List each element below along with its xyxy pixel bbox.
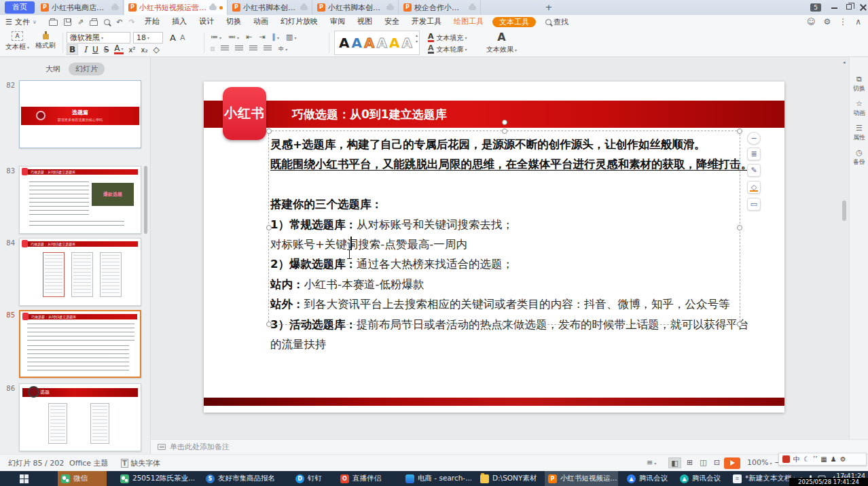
slide-body[interactable]: 灵感+选题库，构建了自己的专属后花园，是源源不断的创作源头，让创作如丝般顺滑。既… bbox=[270, 135, 746, 354]
tab-start[interactable]: 开始 bbox=[139, 15, 166, 29]
taskbar-item-wps-active[interactable]: P 小红书短视频运... bbox=[545, 471, 618, 486]
numbered-list-icon[interactable]: ≕ bbox=[228, 33, 239, 41]
wordart-style-6[interactable]: A bbox=[401, 31, 412, 54]
clear-format-icon[interactable]: ◇ bbox=[153, 45, 159, 54]
close-button[interactable] bbox=[860, 4, 867, 11]
ime-keyboard-icon[interactable]: ▦ bbox=[820, 455, 827, 463]
missing-font-indicator[interactable]: T 缺失字体 bbox=[121, 458, 160, 468]
tab-design[interactable]: 设计 bbox=[193, 15, 220, 29]
align-center-button[interactable] bbox=[221, 46, 229, 52]
tab-devtools[interactable]: 开发工具 bbox=[405, 15, 448, 29]
find-button[interactable]: 查找 bbox=[545, 17, 568, 27]
view-presenter-button[interactable]: ⊡ bbox=[710, 457, 723, 468]
tab-review[interactable]: 审阅 bbox=[324, 15, 351, 29]
notes-bar[interactable]: 单击此处添加备注 bbox=[151, 439, 868, 454]
tab-insert[interactable]: 插入 bbox=[166, 15, 193, 29]
taskbar-item-meeting-1[interactable]: ▲ 腾讯会议 bbox=[623, 471, 671, 486]
panel-tab-properties[interactable]: ☰ 属性 bbox=[850, 124, 868, 142]
canvas-scrollbar[interactable] bbox=[842, 201, 846, 221]
slide-thumbnail-83[interactable]: 巧做选题：从0到1建立选题库 爆款选题 bbox=[19, 166, 141, 234]
superscript-button[interactable]: x² bbox=[129, 46, 136, 54]
taskbar-item-live-assistant[interactable]: O 直播伴侣 bbox=[337, 471, 395, 486]
slide-85[interactable]: 巧做选题：从0到1建立选题库 小红书 灵感+选题库，构建了自己的专属后花园，是源… bbox=[204, 82, 784, 413]
format-painter-button[interactable]: 格式刷 bbox=[35, 31, 56, 50]
theme-name[interactable]: Office 主题 bbox=[69, 458, 109, 468]
document-tab-1[interactable]: P 小红书电商店铺新玩法.pptx bbox=[37, 0, 124, 15]
file-menu[interactable]: ☰ 文件 ∨ bbox=[5, 15, 37, 29]
tab-drawing-tools[interactable]: 绘图工具 bbox=[448, 15, 490, 29]
collapse-tools-button[interactable]: − bbox=[747, 132, 761, 145]
slide-thumbnail-85-selected[interactable]: 巧做选题：从0到1建立选题库 bbox=[19, 310, 141, 378]
italic-button[interactable]: I bbox=[84, 45, 87, 54]
justify-button[interactable] bbox=[249, 46, 257, 52]
thumbnail-scrollbar[interactable] bbox=[144, 166, 147, 234]
text-effects-button[interactable]: A 文本效果 bbox=[486, 31, 517, 54]
view-sorter-button[interactable]: ⊞ bbox=[683, 457, 696, 468]
wordart-gallery[interactable]: A A A A A A ▴▾ bbox=[334, 31, 420, 55]
redo-icon[interactable]: ↷ bbox=[128, 18, 134, 27]
decrease-indent-icon[interactable]: ⇤ bbox=[246, 33, 252, 41]
notification-badge[interactable]: 5 bbox=[810, 3, 821, 12]
slide-title-banner[interactable]: 巧做选题：从0到1建立选题库 bbox=[204, 101, 784, 128]
tab-animation[interactable]: 动画 bbox=[247, 15, 274, 29]
text-fill-button[interactable]: A 文本填充 bbox=[428, 32, 467, 44]
wordart-style-2[interactable]: A bbox=[351, 31, 361, 54]
shrink-font-button[interactable]: A bbox=[180, 33, 185, 42]
tab-outline[interactable]: 大纲 bbox=[46, 64, 60, 74]
bullet-list-icon[interactable]: ≔ bbox=[211, 33, 221, 41]
pen-button[interactable]: ✎ bbox=[747, 164, 761, 177]
tab-slides-active[interactable]: 幻灯片 bbox=[69, 63, 105, 75]
tab-slideshow[interactable]: 幻灯片放映 bbox=[274, 15, 324, 29]
restore-button[interactable] bbox=[846, 4, 852, 10]
grow-font-button[interactable]: A bbox=[170, 33, 176, 43]
document-tab-4[interactable]: P 小红书脚本创作二.pptx bbox=[313, 0, 399, 15]
print-preview-icon[interactable] bbox=[104, 19, 110, 25]
wordart-style-4[interactable]: A bbox=[376, 31, 386, 54]
ime-cn-icon[interactable]: 中 bbox=[793, 455, 800, 464]
font-name-select[interactable]: 微软雅黑 bbox=[67, 32, 130, 44]
resize-handle-ne[interactable] bbox=[737, 128, 742, 134]
slide-thumbnail-84[interactable]: 巧做选题：从0到1建立选题库 bbox=[19, 238, 141, 306]
slide-thumbnail-82[interactable]: 选题篇 获得更多推荐流量的核心密码 bbox=[19, 80, 141, 148]
collapse-panel-icon[interactable]: ◂ bbox=[843, 60, 846, 65]
ime-punctuation-icon[interactable]: ’’ bbox=[813, 455, 817, 463]
increase-indent-icon[interactable]: ⇥ bbox=[259, 33, 265, 41]
view-reading-button[interactable]: ◫ bbox=[697, 457, 710, 468]
text-direction-icon[interactable]: ∥ bbox=[272, 33, 279, 41]
taskbar-item-meeting-2[interactable]: ▲ 腾讯会议 bbox=[676, 471, 724, 486]
taskbar-item-notepad[interactable]: ≡ *新建文本文档 (... bbox=[729, 471, 795, 486]
wordart-style-5[interactable]: A bbox=[389, 31, 399, 54]
panel-tab-backup[interactable]: ◷ 备份 bbox=[850, 148, 868, 167]
taskbar-item-market[interactable]: S 友好市集商品报名 bbox=[202, 471, 285, 486]
line-spacing-icon[interactable]: ≑ bbox=[278, 44, 287, 53]
panel-tab-animation[interactable]: ☆ 动画 bbox=[850, 99, 868, 118]
zoom-level[interactable]: 100% bbox=[747, 458, 772, 467]
resize-handle-n[interactable] bbox=[502, 128, 507, 134]
slideshow-play-button[interactable] bbox=[724, 457, 740, 469]
font-color-button[interactable]: A bbox=[114, 45, 123, 54]
ime-language-bar[interactable]: 中 ☾ ’’ ▦ ♟ ⚙ bbox=[778, 453, 867, 466]
columns-icon[interactable]: ▥ bbox=[286, 33, 296, 41]
document-tab-2-active[interactable]: P 小红书短视频运营电商版.pptx bbox=[124, 0, 228, 15]
resize-handle-nw[interactable] bbox=[266, 128, 272, 134]
open-icon[interactable] bbox=[49, 20, 58, 26]
tab-text-tools-active[interactable]: 文本工具 bbox=[492, 17, 536, 27]
notes-toggle-icon[interactable]: ≡ bbox=[647, 458, 656, 467]
slide-thumbnail-86[interactable]: 选题 bbox=[19, 383, 141, 451]
align-left-button[interactable] bbox=[211, 47, 215, 51]
new-tab-button[interactable]: + bbox=[543, 2, 554, 13]
panel-tab-transition[interactable]: ⧉ 切换 bbox=[850, 75, 868, 93]
align-right-button[interactable] bbox=[235, 46, 243, 52]
shape-fill-button[interactable]: ◇ bbox=[747, 181, 761, 194]
document-tab-5[interactable]: P 校企合作小红书.pptx bbox=[399, 0, 481, 15]
document-tab-3[interactable]: P 小红书脚本创作一.pptx bbox=[228, 0, 312, 15]
share-icon[interactable]: ⇗ bbox=[77, 18, 84, 27]
tab-transition[interactable]: 切换 bbox=[220, 15, 247, 29]
gallery-down-icon[interactable]: ▾ bbox=[416, 39, 418, 44]
taskbar-item-chat[interactable]: 250512陈氏茶业... bbox=[117, 471, 196, 486]
strikethrough-button[interactable]: S bbox=[104, 45, 109, 54]
taskbar-item-wechat[interactable]: 微信 bbox=[58, 471, 107, 486]
save-icon[interactable] bbox=[64, 18, 71, 26]
view-normal-button[interactable]: ◧ bbox=[668, 457, 681, 468]
more-icon[interactable]: ⋮ bbox=[839, 17, 847, 27]
